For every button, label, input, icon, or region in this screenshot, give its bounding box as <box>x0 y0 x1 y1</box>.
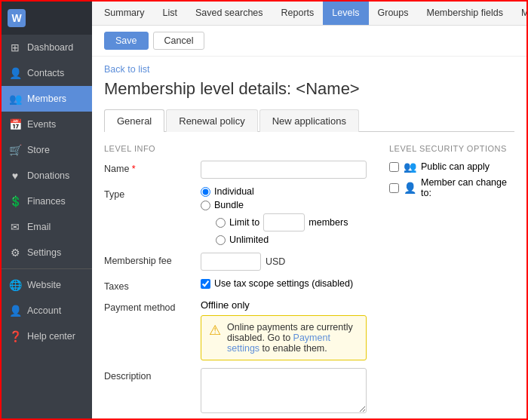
tab-groups[interactable]: Groups <box>369 2 418 25</box>
type-row: Type Individual Bundle <box>104 186 367 245</box>
sidebar-item-label: Help center <box>27 331 75 342</box>
form-section: Level info Name * Type <box>104 144 514 418</box>
taxes-checkbox[interactable] <box>201 279 210 289</box>
sidebar-item-donations[interactable]: ♥ Donations <box>2 163 92 189</box>
sidebar-item-label: Settings <box>27 247 61 258</box>
sidebar-item-help[interactable]: ❓ Help center <box>2 323 92 349</box>
type-radio-group: Individual Bundle Limit to members <box>201 186 367 245</box>
events-icon: 📅 <box>9 118 21 130</box>
type-unlimited[interactable]: Unlimited <box>201 235 367 245</box>
sidebar-item-label: Website <box>27 280 61 290</box>
type-individual-radio[interactable] <box>201 187 210 197</box>
taxes-label: Taxes <box>104 278 195 292</box>
sidebar: W ⊞ Dashboard 👤 Contacts 👥 Members 📅 Eve… <box>2 2 92 418</box>
fee-label: Membership fee <box>104 253 195 266</box>
currency-label: USD <box>266 256 285 267</box>
form-tab-new-applications[interactable]: New applications <box>259 109 359 132</box>
type-unlimited-radio[interactable] <box>216 235 226 245</box>
sidebar-item-settings[interactable]: ⚙ Settings <box>2 240 92 265</box>
type-bundle[interactable]: Bundle <box>201 200 367 210</box>
type-label: Type <box>104 186 195 200</box>
security-member-checkbox[interactable] <box>389 183 399 193</box>
warning-text: Online payments are currently disabled. … <box>227 322 358 354</box>
level-info-label: Level info <box>104 144 367 153</box>
sidebar-item-label: Finances <box>27 196 66 207</box>
sidebar-item-email[interactable]: ✉ Email <box>2 214 92 240</box>
email-icon: ✉ <box>9 221 21 233</box>
tab-member-emails[interactable]: Member emails <box>512 2 526 25</box>
sidebar-item-dashboard[interactable]: ⊞ Dashboard <box>2 35 92 60</box>
description-textarea[interactable] <box>201 368 367 413</box>
sidebar-item-members[interactable]: 👥 Members <box>2 86 92 112</box>
dashboard-icon: ⊞ <box>9 41 21 54</box>
security-public-checkbox[interactable] <box>389 162 399 172</box>
form-tabs: General Renewal policy New applications <box>104 109 514 132</box>
public-icon: 👥 <box>404 161 416 173</box>
tab-levels[interactable]: Levels <box>323 2 368 25</box>
cancel-button[interactable]: Cancel <box>153 32 205 50</box>
sidebar-item-events[interactable]: 📅 Events <box>2 112 92 137</box>
type-limit-radio[interactable] <box>216 218 226 228</box>
security-label: Level security options <box>389 144 514 153</box>
back-link[interactable]: Back to list <box>104 64 514 75</box>
sidebar-item-store[interactable]: 🛒 Store <box>2 137 92 163</box>
content-area: Back to list Membership level details: <… <box>92 57 526 418</box>
fee-input[interactable]: 0.00 <box>201 253 261 271</box>
payment-row: Payment method Offline only ⚠ Online pay… <box>104 299 367 360</box>
logo-icon: W <box>8 9 26 27</box>
contacts-icon: 👤 <box>9 67 21 79</box>
description-control <box>201 368 367 415</box>
tab-reports[interactable]: Reports <box>272 2 324 25</box>
taxes-control: Use tax scope settings (disabled) <box>201 278 367 289</box>
payment-control: Offline only ⚠ Online payments are curre… <box>201 299 367 360</box>
payment-value: Offline only <box>201 299 250 311</box>
description-row: Description <box>104 368 367 415</box>
limit-input[interactable] <box>263 213 305 231</box>
sidebar-item-label: Dashboard <box>27 42 73 53</box>
payment-label: Payment method <box>104 299 195 313</box>
sidebar-item-label: Members <box>27 94 66 104</box>
fee-row: Membership fee 0.00 USD <box>104 253 367 271</box>
form-left: Level info Name * Type <box>104 144 367 418</box>
store-icon: 🛒 <box>9 144 21 156</box>
account-icon: 👤 <box>9 305 21 317</box>
save-button[interactable]: Save <box>104 32 149 50</box>
action-bar: Save Cancel <box>92 26 526 57</box>
taxes-checkbox-label[interactable]: Use tax scope settings (disabled) <box>201 278 367 289</box>
name-control <box>201 161 367 179</box>
sidebar-item-label: Store <box>27 145 50 155</box>
members-icon: 👥 <box>9 93 21 105</box>
sidebar-logo: W <box>2 2 92 35</box>
name-row: Name * <box>104 161 367 179</box>
warning-icon: ⚠ <box>209 322 221 339</box>
finances-icon: 💲 <box>9 195 21 207</box>
sidebar-item-label: Account <box>27 305 61 316</box>
sidebar-item-label: Donations <box>27 170 69 181</box>
form-tab-general[interactable]: General <box>104 109 164 132</box>
type-bundle-radio[interactable] <box>201 201 210 210</box>
member-icon: 👤 <box>404 182 416 194</box>
sidebar-item-website[interactable]: 🌐 Website <box>2 272 92 298</box>
sidebar-item-label: Events <box>27 119 56 130</box>
name-input[interactable] <box>201 161 367 179</box>
tab-list[interactable]: List <box>153 2 186 25</box>
fee-control: 0.00 USD <box>201 253 367 271</box>
tab-summary[interactable]: Summary <box>95 2 153 25</box>
donations-icon: ♥ <box>9 170 21 182</box>
description-label: Description <box>104 368 195 382</box>
sidebar-item-finances[interactable]: 💲 Finances <box>2 189 92 214</box>
form-tab-renewal[interactable]: Renewal policy <box>166 109 257 132</box>
tab-saved-searches[interactable]: Saved searches <box>186 2 272 25</box>
help-icon: ❓ <box>9 330 21 342</box>
type-control: Individual Bundle Limit to members <box>201 186 367 245</box>
security-public-label: Public can apply <box>421 161 490 172</box>
tab-membership-fields[interactable]: Membership fields <box>418 2 512 25</box>
name-label: Name * <box>104 161 195 174</box>
limit-row: Limit to members <box>201 213 367 231</box>
page-title: Membership level details: <Name> <box>104 79 514 99</box>
security-member-label: Member can change to: <box>421 177 514 198</box>
type-individual[interactable]: Individual <box>201 186 367 197</box>
taxes-row: Taxes Use tax scope settings (disabled) <box>104 278 367 292</box>
sidebar-item-contacts[interactable]: 👤 Contacts <box>2 60 92 86</box>
sidebar-item-account[interactable]: 👤 Account <box>2 298 92 323</box>
